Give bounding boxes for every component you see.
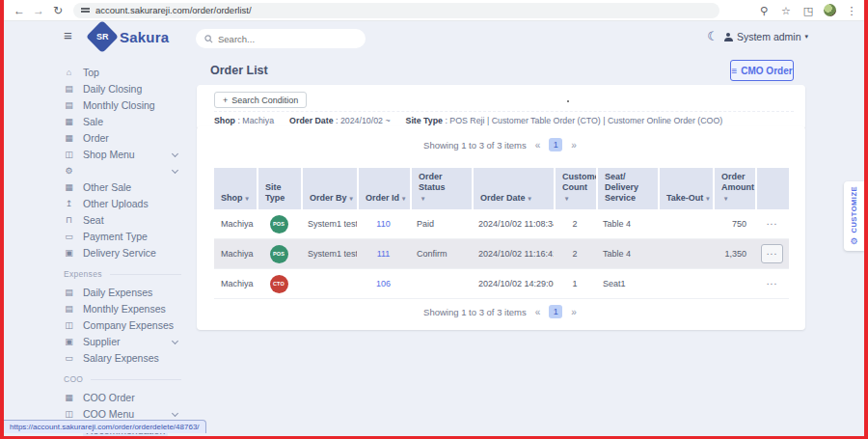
refresh-icon[interactable]: ↻ — [48, 0, 68, 21]
pagination-next[interactable]: » — [569, 140, 579, 151]
column-header-order-by[interactable]: Order By▾ — [301, 168, 357, 209]
site-info-icon[interactable] — [81, 7, 90, 14]
sidebar-item-top[interactable]: ⌂Top — [64, 64, 193, 80]
sidebar-item-company-expenses[interactable]: ◫Company Expenses — [64, 316, 193, 333]
sidebar-item-monthly-expenses[interactable]: ▤Monthly Expenses — [64, 300, 193, 316]
row-actions-button[interactable]: ... — [761, 274, 783, 293]
filter-value: POS Reji | Customer Table Order (CTO) | … — [449, 116, 722, 125]
cell-take-out — [658, 269, 713, 298]
row-actions-button[interactable]: ... — [761, 214, 783, 233]
cell-order-by: System1 test — [301, 239, 357, 268]
search-condition-button[interactable]: + Search Condition — [214, 92, 307, 108]
column-header-order-status[interactable]: Order Status▾ — [410, 168, 472, 209]
column-header-order-date[interactable]: Order Date▾ — [472, 168, 554, 209]
bookmark-star-icon[interactable]: ☆ — [779, 0, 793, 21]
extensions-icon[interactable]: ◳ — [801, 0, 815, 21]
column-label: Order Date — [480, 193, 526, 204]
user-menu[interactable]: System admin ▾ — [724, 31, 808, 42]
hamburger-menu-icon[interactable]: ≡ — [64, 27, 72, 43]
sidebar-item-label: Top — [83, 67, 99, 78]
pagination-page-1[interactable]: 1 — [549, 305, 562, 318]
sidebar-item-other-sale[interactable]: ▦Other Sale — [64, 178, 193, 195]
logo-diamond-icon: SR — [86, 21, 119, 53]
column-label: Customer Count — [562, 172, 596, 193]
profile-avatar[interactable] — [824, 4, 836, 16]
column-header-order-amount[interactable]: Order Amount▾ — [713, 168, 755, 209]
cmo-order-button[interactable]: ≡ CMO Order — [730, 60, 794, 81]
cell-actions: ... — [755, 269, 789, 298]
sidebar-item-sale[interactable]: ▦Sale — [64, 113, 193, 129]
page-title: Order List — [210, 64, 268, 77]
cell-order-id: 106 — [357, 269, 410, 298]
column-header-settings[interactable] — [755, 168, 789, 209]
cell-order-id: 111 — [357, 239, 410, 268]
app-logo[interactable]: SR Sakura — [91, 25, 169, 48]
sort-caret-icon: ▾ — [421, 193, 424, 204]
browser-menu-icon[interactable]: ⋮ — [845, 0, 858, 21]
column-header-take-out[interactable]: Take-Out▾ — [658, 168, 713, 209]
row-actions-button[interactable]: ... — [761, 244, 783, 263]
column-header-customer-count[interactable]: Customer Count▾ — [554, 168, 596, 209]
pagination-prev[interactable]: « — [533, 307, 543, 317]
cell-order-date: 2024/10/02 11:08:34 — [472, 209, 554, 238]
pagination-next[interactable]: » — [569, 307, 579, 317]
sidebar-item-payment-type[interactable]: ▭Payment Type — [64, 228, 193, 244]
sidebar-item-salary-expenses[interactable]: ▭Salary Expenses — [64, 349, 193, 366]
sidebar-item-seat[interactable]: ⊓Seat — [64, 211, 193, 228]
seat-icon: ⊓ — [64, 215, 74, 225]
list-icon: ≡ — [731, 66, 737, 76]
pagination-prev[interactable]: « — [533, 140, 543, 151]
cell-site-type: CTO — [257, 269, 301, 298]
forward-icon[interactable]: → — [29, 0, 48, 21]
order-table: Shop▾Site TypeOrder By▾Order Id▾Order St… — [214, 168, 789, 299]
sidebar-item-other-uploads[interactable]: ↥Other Uploads — [64, 195, 193, 211]
sidebar-item-settings[interactable]: ⚙ — [64, 162, 193, 178]
sidebar-item-shop-menu[interactable]: ◫Shop Menu — [64, 146, 193, 162]
order-id-link[interactable]: 110 — [376, 219, 390, 229]
sidebar-item-supplier[interactable]: ▣Supplier — [64, 333, 193, 349]
sidebar-item-monthly-closing[interactable]: ▤Monthly Closing — [64, 96, 193, 113]
sidebar-item-label: Seat — [83, 214, 104, 226]
sale-icon: ▦ — [64, 182, 74, 192]
sidebar-item-daily-closing[interactable]: ▤Daily Closing — [64, 80, 193, 96]
cell-order-amount: 750 — [713, 209, 755, 238]
book-icon: ▤ — [64, 84, 74, 94]
filter-value: 2024/10/02 ~ — [340, 116, 391, 125]
cell-actions: ... — [755, 209, 789, 238]
column-header-shop[interactable]: Shop▾ — [214, 168, 257, 209]
home-icon: ⌂ — [64, 68, 74, 77]
customize-tab[interactable]: CUSTOMIZE ⚙ — [844, 181, 864, 251]
global-search[interactable] — [196, 29, 366, 48]
search-input[interactable] — [218, 34, 357, 44]
sidebar-item-label: Delivery Service — [83, 247, 156, 259]
back-icon[interactable]: ← — [10, 0, 29, 21]
table-row: MachiyaPOSSystem1 test110Paid2024/10/02 … — [214, 209, 789, 239]
zoom-icon[interactable]: ⚲ — [757, 0, 771, 21]
order-icon: ▦ — [64, 393, 74, 402]
money-icon: ▭ — [64, 353, 74, 363]
sidebar-item-daily-expenses[interactable]: ▤Daily Expenses — [64, 284, 193, 300]
dark-mode-moon-icon[interactable]: ☾ — [707, 29, 719, 43]
pagination-summary: Showing 1 to 3 of 3 items — [423, 307, 527, 317]
column-header-site-type[interactable]: Site Type — [257, 168, 301, 209]
table-body: MachiyaPOSSystem1 test110Paid2024/10/02 … — [214, 209, 789, 299]
address-bar[interactable]: account.sakurareji.com/order/orderlist/ — [73, 3, 719, 18]
cell-take-out — [658, 239, 713, 268]
order-id-link[interactable]: 106 — [376, 279, 391, 288]
chevron-down-icon — [172, 167, 178, 174]
sidebar-item-coo-order[interactable]: ▦COO Order — [64, 389, 193, 405]
pagination-page-1[interactable]: 1 — [549, 138, 562, 151]
payment-icon: ▭ — [64, 232, 74, 241]
column-label: Site Type — [265, 182, 298, 204]
table-header-row: Shop▾Site TypeOrder By▾Order Id▾Order St… — [214, 168, 789, 209]
column-header-order-id[interactable]: Order Id▾ — [357, 168, 410, 209]
sort-caret-icon: ▾ — [246, 193, 249, 204]
sidebar-item-delivery-service[interactable]: ▣Delivery Service — [64, 244, 193, 261]
column-header-seat-delivery-service[interactable]: Seat/ Delivery Service — [596, 168, 658, 209]
browser-status-bar: https://account.sakurareji.com/order/ord… — [4, 420, 206, 433]
cell-order-date: 2024/10/02 11:16:41 — [472, 239, 554, 268]
column-label: Order Status — [419, 172, 469, 193]
filter-value: Machiya — [242, 116, 274, 125]
order-id-link[interactable]: 111 — [377, 249, 391, 259]
sidebar-item-order[interactable]: ▦Order — [64, 129, 193, 146]
